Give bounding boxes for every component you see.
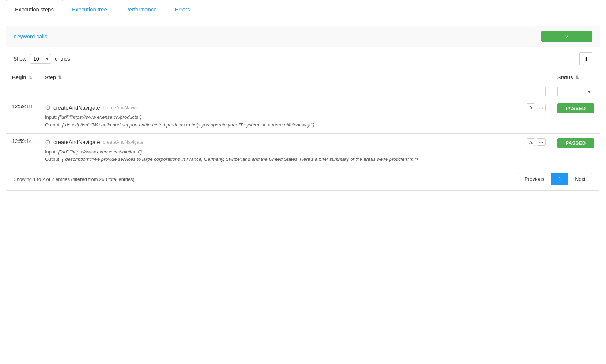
step-keyword-1: createAndNavigate	[103, 105, 144, 110]
tab-errors-label: Errors	[175, 6, 190, 12]
more-icon-1: ···	[539, 105, 543, 110]
panel-header: Keyword calls 2	[6, 26, 600, 47]
filter-status-wrapper: PASSED FAILED	[557, 87, 594, 96]
lambda-icon-1: Λ	[529, 105, 533, 110]
step-header-1: ⊙ createAndNavigate createAndNavigate Λ …	[45, 103, 546, 111]
tab-execution-steps[interactable]: Execution steps	[6, 0, 63, 18]
filter-step-input[interactable]	[45, 87, 546, 96]
page-wrapper: Execution steps Execution tree Performan…	[0, 0, 606, 364]
sort-step-icon[interactable]: ⇅	[58, 75, 62, 80]
tab-execution-steps-label: Execution steps	[15, 6, 54, 12]
more-button-1[interactable]: ···	[537, 104, 546, 111]
filter-status-select[interactable]: PASSED FAILED	[557, 87, 594, 96]
controls-row: Show 10 25 50 100 entries ⬇	[6, 47, 600, 71]
step-output-2: Output: {"description":"We provide servi…	[45, 156, 546, 163]
tab-performance[interactable]: Performance	[116, 0, 166, 18]
tab-performance-label: Performance	[125, 6, 157, 12]
step-header-2: ⊙ createAndNavigate createAndNavigate Λ …	[45, 138, 546, 146]
lambda-button-1[interactable]: Λ	[527, 103, 535, 111]
lambda-button-2[interactable]: Λ	[527, 138, 535, 146]
time-cell-2: 12:59:14	[6, 133, 39, 168]
table-header-row: Begin ⇅ Step ⇅ Status	[6, 71, 600, 84]
output-value-2: {"description":"We provide services to l…	[62, 156, 418, 162]
status-cell-1: PASSED	[552, 99, 600, 134]
more-button-2[interactable]: ···	[537, 138, 546, 146]
th-step-label: Step	[45, 75, 56, 80]
input-label-2: Input:	[45, 149, 58, 155]
panel: Keyword calls 2 Show 10 25 50 100 entrie…	[6, 26, 600, 191]
step-io-2: Input: {"url":"https://www.exense.ch/sol…	[45, 148, 546, 164]
time-value-2: 12:59:14	[12, 138, 32, 144]
filter-status-cell: PASSED FAILED	[552, 84, 600, 99]
content-area: Keyword calls 2 Show 10 25 50 100 entrie…	[0, 18, 606, 198]
output-value-1: {"description":"We build and support bat…	[62, 122, 314, 128]
step-input-2: Input: {"url":"https://www.exense.ch/sol…	[45, 148, 546, 156]
export-button[interactable]: ⬇	[579, 52, 592, 65]
time-cell-1: 12:59:18	[6, 99, 39, 134]
export-icon: ⬇	[584, 56, 588, 62]
lambda-icon-2: Λ	[529, 139, 533, 145]
step-name-1: createAndNavigate	[53, 105, 100, 111]
step-keyword-2: createAndNavigate	[103, 139, 144, 145]
tab-execution-tree-label: Execution tree	[72, 6, 107, 12]
step-status-icon-1: ⊙	[45, 104, 50, 111]
panel-title: Keyword calls	[14, 33, 48, 39]
status-badge-2: PASSED	[557, 138, 594, 148]
step-actions-2: Λ ···	[527, 138, 546, 146]
step-io-1: Input: {"url":"https://www.exense.ch/pro…	[45, 114, 546, 129]
th-status: Status ⇅	[552, 71, 600, 84]
entries-label: entries	[55, 56, 70, 62]
show-label: Show	[14, 56, 26, 62]
tabs-bar: Execution steps Execution tree Performan…	[0, 0, 606, 18]
th-status-label: Status	[557, 75, 573, 80]
data-table: Begin ⇅ Step ⇅ Status	[6, 71, 600, 168]
tab-errors[interactable]: Errors	[166, 0, 199, 18]
entries-select-wrapper: 10 25 50 100	[30, 54, 51, 64]
more-icon-2: ···	[539, 139, 543, 145]
output-label-1: Output:	[45, 122, 62, 128]
input-label-1: Input:	[45, 114, 58, 120]
table-footer: Showing 1 to 2 of 2 entries (filtered fr…	[6, 168, 600, 190]
status-cell-2: PASSED	[552, 133, 600, 168]
next-button[interactable]: Next	[568, 173, 592, 185]
step-cell-2: ⊙ createAndNavigate createAndNavigate Λ …	[39, 133, 552, 168]
filter-begin-cell	[6, 84, 39, 99]
input-value-1: {"url":"https://www.exense.ch/products"}	[58, 114, 141, 120]
step-output-1: Output: {"description":"We build and sup…	[45, 121, 546, 129]
step-name-2: createAndNavigate	[53, 139, 100, 145]
th-step: Step ⇅	[39, 71, 552, 84]
entries-select[interactable]: 10 25 50 100	[30, 54, 51, 64]
badge-count: 2	[541, 31, 592, 42]
table-body: 12:59:18 ⊙ createAndNavigate createAndNa…	[6, 99, 600, 168]
table-row: 12:59:14 ⊙ createAndNavigate createAndNa…	[6, 133, 600, 168]
step-input-1: Input: {"url":"https://www.exense.ch/pro…	[45, 114, 546, 121]
status-badge-1: PASSED	[557, 103, 594, 113]
showing-text: Showing 1 to 2 of 2 entries (filtered fr…	[14, 177, 135, 182]
filter-row: PASSED FAILED	[6, 84, 600, 99]
sort-status-icon[interactable]: ⇅	[575, 75, 579, 80]
output-label-2: Output:	[45, 156, 62, 162]
page-1-button[interactable]: 1	[551, 173, 568, 185]
sort-begin-icon[interactable]: ⇅	[29, 75, 32, 80]
th-begin-label: Begin	[12, 75, 26, 80]
th-begin: Begin ⇅	[6, 71, 39, 84]
table-row: 12:59:18 ⊙ createAndNavigate createAndNa…	[6, 99, 600, 134]
step-cell-1: ⊙ createAndNavigate createAndNavigate Λ …	[39, 99, 552, 134]
filter-begin-input[interactable]	[12, 87, 33, 96]
previous-button[interactable]: Previous	[518, 173, 551, 185]
input-value-2: {"url":"https://www.exense.ch/solutions"…	[58, 149, 142, 155]
time-value-1: 12:59:18	[12, 103, 32, 109]
tab-execution-tree[interactable]: Execution tree	[63, 0, 116, 18]
pagination: Previous 1 Next	[518, 173, 592, 185]
step-actions-1: Λ ···	[527, 103, 546, 111]
step-status-icon-2: ⊙	[45, 139, 50, 145]
filter-step-cell	[39, 84, 552, 99]
